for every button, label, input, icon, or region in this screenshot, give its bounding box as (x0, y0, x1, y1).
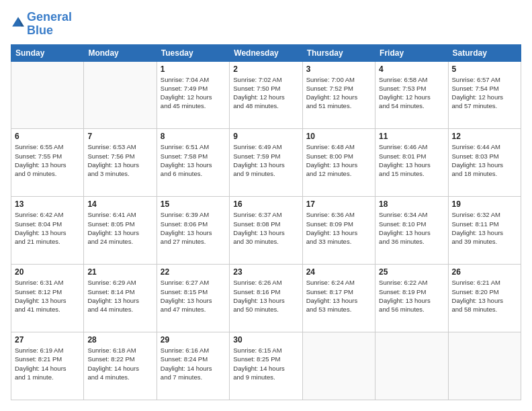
day-info: Sunrise: 6:32 AM Sunset: 8:11 PM Dayligh… (452, 210, 517, 246)
day-info: Sunrise: 6:24 AM Sunset: 8:17 PM Dayligh… (306, 278, 371, 314)
day-info: Sunrise: 6:22 AM Sunset: 8:19 PM Dayligh… (379, 278, 444, 314)
weekday-sunday: Sunday (11, 44, 84, 61)
day-cell (84, 61, 157, 129)
day-info: Sunrise: 6:55 AM Sunset: 7:55 PM Dayligh… (15, 142, 80, 178)
day-info: Sunrise: 6:29 AM Sunset: 8:14 PM Dayligh… (87, 278, 152, 314)
day-cell (302, 332, 375, 400)
day-cell: 18Sunrise: 6:34 AM Sunset: 8:10 PM Dayli… (375, 197, 448, 265)
day-number: 28 (87, 335, 152, 345)
day-number: 26 (452, 267, 517, 277)
day-cell: 14Sunrise: 6:41 AM Sunset: 8:05 PM Dayli… (84, 197, 157, 265)
day-cell: 17Sunrise: 6:36 AM Sunset: 8:09 PM Dayli… (302, 197, 375, 265)
day-cell: 25Sunrise: 6:22 AM Sunset: 8:19 PM Dayli… (375, 265, 448, 332)
day-number: 5 (452, 64, 517, 74)
day-cell: 12Sunrise: 6:44 AM Sunset: 8:03 PM Dayli… (448, 129, 521, 197)
day-number: 4 (379, 64, 444, 74)
week-row-4: 20Sunrise: 6:31 AM Sunset: 8:12 PM Dayli… (11, 265, 521, 332)
page: General Blue SundayMondayTuesdayWednesda… (0, 0, 532, 411)
day-number: 19 (452, 199, 517, 209)
day-cell: 28Sunrise: 6:18 AM Sunset: 8:22 PM Dayli… (84, 332, 157, 400)
day-cell: 10Sunrise: 6:48 AM Sunset: 8:00 PM Dayli… (302, 129, 375, 197)
day-info: Sunrise: 6:58 AM Sunset: 7:53 PM Dayligh… (379, 75, 444, 111)
day-info: Sunrise: 6:44 AM Sunset: 8:03 PM Dayligh… (452, 142, 517, 178)
day-info: Sunrise: 6:48 AM Sunset: 8:00 PM Dayligh… (306, 142, 371, 178)
day-cell: 13Sunrise: 6:42 AM Sunset: 8:04 PM Dayli… (11, 197, 84, 265)
day-info: Sunrise: 7:04 AM Sunset: 7:49 PM Dayligh… (161, 75, 226, 111)
weekday-thursday: Thursday (302, 44, 375, 61)
day-cell: 4Sunrise: 6:58 AM Sunset: 7:53 PM Daylig… (375, 61, 448, 129)
week-row-5: 27Sunrise: 6:19 AM Sunset: 8:21 PM Dayli… (11, 332, 521, 400)
weekday-saturday: Saturday (448, 44, 521, 61)
day-info: Sunrise: 6:16 AM Sunset: 8:24 PM Dayligh… (161, 346, 226, 381)
weekday-tuesday: Tuesday (157, 44, 229, 61)
day-info: Sunrise: 6:26 AM Sunset: 8:16 PM Dayligh… (233, 278, 298, 314)
day-number: 21 (87, 267, 152, 277)
day-cell: 26Sunrise: 6:21 AM Sunset: 8:20 PM Dayli… (448, 265, 521, 332)
day-number: 7 (87, 132, 152, 141)
day-info: Sunrise: 6:41 AM Sunset: 8:05 PM Dayligh… (87, 210, 152, 246)
day-number: 9 (233, 132, 298, 141)
day-number: 15 (161, 199, 226, 209)
day-info: Sunrise: 6:15 AM Sunset: 8:25 PM Dayligh… (233, 346, 298, 381)
day-info: Sunrise: 6:31 AM Sunset: 8:12 PM Dayligh… (15, 278, 80, 314)
day-number: 29 (161, 335, 226, 345)
logo-icon (11, 15, 26, 30)
day-cell: 29Sunrise: 6:16 AM Sunset: 8:24 PM Dayli… (157, 332, 229, 400)
day-info: Sunrise: 6:39 AM Sunset: 8:06 PM Dayligh… (161, 210, 226, 246)
week-row-3: 13Sunrise: 6:42 AM Sunset: 8:04 PM Dayli… (11, 197, 521, 265)
day-cell: 5Sunrise: 6:57 AM Sunset: 7:54 PM Daylig… (448, 61, 521, 129)
day-info: Sunrise: 6:46 AM Sunset: 8:01 PM Dayligh… (379, 142, 444, 178)
week-row-2: 6Sunrise: 6:55 AM Sunset: 7:55 PM Daylig… (11, 129, 521, 197)
day-number: 8 (161, 132, 226, 141)
weekday-friday: Friday (375, 44, 448, 61)
day-number: 6 (15, 132, 80, 141)
day-number: 18 (379, 199, 444, 209)
day-cell (375, 332, 448, 400)
day-number: 13 (15, 199, 80, 209)
day-cell: 11Sunrise: 6:46 AM Sunset: 8:01 PM Dayli… (375, 129, 448, 197)
day-cell: 24Sunrise: 6:24 AM Sunset: 8:17 PM Dayli… (302, 265, 375, 332)
logo-text-line1: General (27, 11, 72, 24)
day-info: Sunrise: 6:49 AM Sunset: 7:59 PM Dayligh… (233, 142, 298, 178)
header: General Blue (11, 11, 521, 38)
day-cell: 1Sunrise: 7:04 AM Sunset: 7:49 PM Daylig… (157, 61, 229, 129)
day-info: Sunrise: 6:37 AM Sunset: 8:08 PM Dayligh… (233, 210, 298, 246)
day-number: 11 (379, 132, 444, 141)
day-info: Sunrise: 6:36 AM Sunset: 8:09 PM Dayligh… (306, 210, 371, 246)
day-cell: 6Sunrise: 6:55 AM Sunset: 7:55 PM Daylig… (11, 129, 84, 197)
day-info: Sunrise: 6:34 AM Sunset: 8:10 PM Dayligh… (379, 210, 444, 246)
day-number: 16 (233, 199, 298, 209)
day-cell: 2Sunrise: 7:02 AM Sunset: 7:50 PM Daylig… (230, 61, 302, 129)
day-cell: 21Sunrise: 6:29 AM Sunset: 8:14 PM Dayli… (84, 265, 157, 332)
day-cell: 20Sunrise: 6:31 AM Sunset: 8:12 PM Dayli… (11, 265, 84, 332)
day-cell: 22Sunrise: 6:27 AM Sunset: 8:15 PM Dayli… (157, 265, 229, 332)
logo-text-line2: Blue (27, 24, 72, 38)
day-number: 20 (15, 267, 80, 277)
day-info: Sunrise: 7:00 AM Sunset: 7:52 PM Dayligh… (306, 75, 371, 111)
logo: General Blue (11, 11, 72, 38)
day-number: 1 (161, 64, 226, 74)
weekday-header-row: SundayMondayTuesdayWednesdayThursdayFrid… (11, 44, 521, 61)
day-number: 23 (233, 267, 298, 277)
day-cell: 19Sunrise: 6:32 AM Sunset: 8:11 PM Dayli… (448, 197, 521, 265)
weekday-wednesday: Wednesday (230, 44, 302, 61)
day-info: Sunrise: 6:27 AM Sunset: 8:15 PM Dayligh… (161, 278, 226, 314)
day-cell: 3Sunrise: 7:00 AM Sunset: 7:52 PM Daylig… (302, 61, 375, 129)
day-cell: 23Sunrise: 6:26 AM Sunset: 8:16 PM Dayli… (230, 265, 302, 332)
day-number: 14 (87, 199, 152, 209)
calendar: SundayMondayTuesdayWednesdayThursdayFrid… (11, 44, 521, 400)
day-number: 17 (306, 199, 371, 209)
day-cell: 9Sunrise: 6:49 AM Sunset: 7:59 PM Daylig… (230, 129, 302, 197)
day-cell: 16Sunrise: 6:37 AM Sunset: 8:08 PM Dayli… (230, 197, 302, 265)
day-number: 30 (233, 335, 298, 345)
day-number: 10 (306, 132, 371, 141)
day-cell: 8Sunrise: 6:51 AM Sunset: 7:58 PM Daylig… (157, 129, 229, 197)
day-info: Sunrise: 6:57 AM Sunset: 7:54 PM Dayligh… (452, 75, 517, 111)
day-number: 24 (306, 267, 371, 277)
day-info: Sunrise: 6:18 AM Sunset: 8:22 PM Dayligh… (87, 346, 152, 381)
day-cell: 7Sunrise: 6:53 AM Sunset: 7:56 PM Daylig… (84, 129, 157, 197)
day-number: 27 (15, 335, 80, 345)
day-cell (448, 332, 521, 400)
day-number: 3 (306, 64, 371, 74)
day-number: 12 (452, 132, 517, 141)
